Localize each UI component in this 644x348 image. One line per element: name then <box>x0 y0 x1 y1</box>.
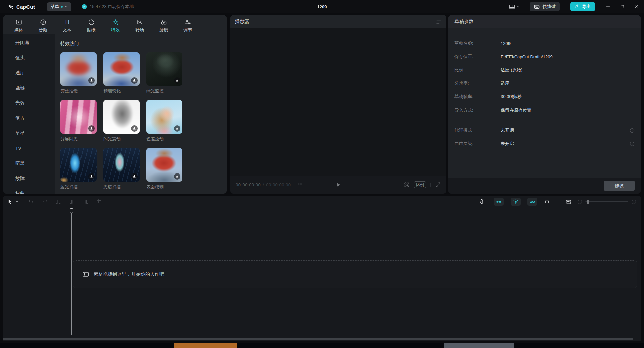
effect-thumbnail[interactable] <box>60 100 97 134</box>
undo-button[interactable] <box>28 199 34 205</box>
param-row-location: 保存位置: E:/EFI/CapCut Drafts/1209 <box>454 50 635 63</box>
effect-thumbnail[interactable] <box>146 100 182 134</box>
info-icon[interactable] <box>630 141 635 146</box>
effect-card[interactable]: 绿光监控 <box>146 52 182 94</box>
effect-thumbnail[interactable] <box>103 148 140 182</box>
category-distort[interactable]: 扭曲 <box>3 186 55 194</box>
effect-card[interactable]: 色差流动 <box>146 100 182 142</box>
download-icon[interactable] <box>131 77 138 84</box>
link-tracks-toggle[interactable] <box>527 198 537 206</box>
zoom-in-icon[interactable] <box>631 199 637 205</box>
focus-frame-icon[interactable] <box>404 182 410 188</box>
media-dropzone[interactable]: 素材拖拽到这里，开始你的大作吧~ <box>73 260 637 288</box>
effect-card[interactable]: 变焦推镜 <box>60 52 97 94</box>
shortcut-keys-button[interactable]: 快捷键 <box>530 2 560 11</box>
app-name: CapCut <box>16 4 35 10</box>
panel-layout-button[interactable] <box>509 4 520 10</box>
fullscreen-icon[interactable] <box>435 182 441 188</box>
category-retro[interactable]: 复古 <box>3 111 55 126</box>
player-title: 播放器 <box>235 19 249 25</box>
preview-snapshot-button[interactable] <box>565 199 572 205</box>
category-disco[interactable]: 迪厅 <box>3 65 55 80</box>
category-camera[interactable]: 镜头 <box>3 50 55 65</box>
download-icon[interactable] <box>88 77 95 84</box>
category-glitch[interactable]: 故障 <box>3 171 55 186</box>
export-icon <box>575 4 580 9</box>
effect-card[interactable]: 表面模糊 <box>146 148 182 190</box>
effect-card[interactable]: 分屏闪光 <box>60 100 97 142</box>
effect-card[interactable]: 光谱扫描 <box>103 148 140 190</box>
player-controls: 00:00:00:00 / 00:00:00:00 比例 <box>230 176 446 194</box>
tab-audio[interactable]: 音频 <box>31 15 55 34</box>
timeline-tracks-area[interactable]: 素材拖拽到这里，开始你的大作吧~ <box>3 208 641 341</box>
bottom-strip-orange-segment <box>174 343 237 348</box>
timeline-zoom-slider[interactable] <box>585 201 628 202</box>
timeline-zoom-slider-handle[interactable] <box>587 200 589 204</box>
delete-left-button[interactable] <box>69 199 75 205</box>
asset-tabbar: 媒体 音频 TI 文本 贴纸 特效 <box>3 15 227 34</box>
tab-adjust[interactable]: 调节 <box>176 15 200 34</box>
play-button[interactable] <box>336 182 341 188</box>
info-icon[interactable] <box>630 128 635 133</box>
tab-sticker[interactable]: 贴纸 <box>79 15 103 34</box>
tab-filters[interactable]: 滤镜 <box>152 15 176 34</box>
menu-button[interactable]: 菜单 <box>47 2 71 11</box>
download-icon[interactable] <box>174 125 180 132</box>
zoom-out-icon[interactable] <box>577 199 583 205</box>
aspect-ratio-button[interactable]: 比例 <box>414 181 426 188</box>
record-voiceover-button[interactable] <box>479 199 485 205</box>
category-tv[interactable]: TV <box>3 141 55 156</box>
restore-button[interactable] <box>615 0 629 13</box>
player-menu-icon[interactable] <box>436 19 442 25</box>
menu-label: 菜单 <box>50 4 59 10</box>
preview-axis-toggle[interactable] <box>544 199 550 205</box>
effect-card[interactable]: 闪光震动 <box>103 100 140 142</box>
category-christmas[interactable]: 圣诞 <box>3 80 55 95</box>
download-icon[interactable] <box>174 77 180 84</box>
category-opening-closing[interactable]: 开闭幕 <box>3 35 55 50</box>
timecode-current: 00:00:00:00 <box>236 182 261 187</box>
dropzone-hint-text: 素材拖拽到这里，开始你的大作吧~ <box>94 271 167 277</box>
playhead-handle[interactable] <box>70 208 73 213</box>
select-tool-button[interactable] <box>7 199 13 205</box>
effect-thumbnail[interactable] <box>103 100 140 134</box>
effect-thumbnail[interactable] <box>146 148 182 182</box>
download-icon[interactable] <box>131 173 138 180</box>
minimize-button[interactable] <box>601 0 615 13</box>
param-row-free-layer: 自由层级: 未开启 <box>454 137 635 150</box>
effect-card[interactable]: 精细锐化 <box>103 52 140 94</box>
select-tool-dropdown[interactable] <box>15 200 19 203</box>
download-icon[interactable] <box>88 125 95 132</box>
media-frame-icon <box>82 271 89 278</box>
effect-thumbnail[interactable] <box>146 52 182 86</box>
tab-text[interactable]: TI 文本 <box>55 15 79 34</box>
main-track-magnet-toggle[interactable] <box>511 198 521 206</box>
export-button[interactable]: 导出 <box>570 2 595 11</box>
download-icon[interactable] <box>88 173 95 180</box>
effect-thumbnail[interactable] <box>60 52 97 86</box>
timeline-horizontal-scrollbar[interactable] <box>3 338 633 340</box>
category-light[interactable]: 光效 <box>3 95 55 111</box>
tab-media[interactable]: 媒体 <box>7 15 31 34</box>
draft-params-panel: 草稿参数 草稿名称: 1209 保存位置: E:/EFI/CapCut Draf… <box>448 15 641 194</box>
category-dark[interactable]: 暗黑 <box>3 156 55 171</box>
effect-thumbnail[interactable] <box>103 52 140 86</box>
download-icon[interactable] <box>131 125 138 132</box>
category-stars[interactable]: 星星 <box>3 126 55 141</box>
player-viewport[interactable] <box>230 28 446 176</box>
redo-button[interactable] <box>42 199 48 205</box>
download-icon[interactable] <box>174 173 180 180</box>
modify-button[interactable]: 修改 <box>604 181 635 191</box>
effect-card[interactable]: 蓝光扫描 <box>60 148 97 190</box>
param-row-proxy-mode: 代理模式 未开启 <box>454 124 635 137</box>
effect-name: 分屏闪光 <box>60 136 97 142</box>
tab-effects[interactable]: 特效 <box>103 15 127 34</box>
effect-thumbnail[interactable] <box>60 148 97 182</box>
close-button[interactable] <box>629 0 643 13</box>
tab-transitions[interactable]: 转场 <box>127 15 152 34</box>
player-panel: 播放器 00:00:00:00 / 00:00:00:00 比例 <box>230 15 446 194</box>
auto-snap-toggle[interactable] <box>494 198 504 206</box>
delete-right-button[interactable] <box>83 199 89 205</box>
split-clip-button[interactable] <box>55 199 61 205</box>
crop-button[interactable] <box>97 199 103 205</box>
